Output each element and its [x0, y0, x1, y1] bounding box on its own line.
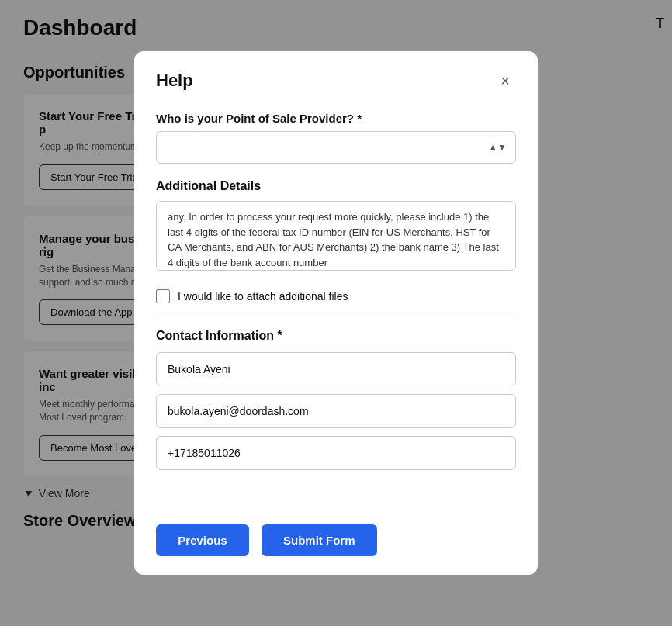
contact-name-input[interactable]	[156, 352, 516, 386]
additional-details-label: Additional Details	[156, 179, 516, 193]
pos-provider-label: Who is your Point of Sale Provider? *	[156, 112, 516, 125]
contact-phone-input[interactable]	[156, 436, 516, 470]
submit-form-button[interactable]: Submit Form	[262, 524, 377, 556]
section-divider	[156, 316, 516, 316]
additional-details-field-group: Additional Details	[156, 179, 516, 274]
pos-provider-select-wrapper: ▲▼	[156, 131, 516, 164]
modal-title: Help	[156, 71, 193, 91]
help-modal: Help × Who is your Point of Sale Provide…	[134, 51, 538, 575]
contact-info-label: Contact Information *	[156, 329, 516, 343]
attach-files-checkbox-row: I would like to attach additional files	[156, 289, 516, 303]
attach-files-label: I would like to attach additional files	[178, 290, 348, 303]
modal-body: Who is your Point of Sale Provider? * ▲▼…	[134, 104, 538, 512]
contact-email-input[interactable]	[156, 394, 516, 428]
attach-files-checkbox[interactable]	[156, 289, 170, 303]
previous-button[interactable]: Previous	[156, 524, 249, 556]
modal-header: Help ×	[134, 51, 538, 104]
additional-details-textarea[interactable]	[156, 201, 516, 271]
modal-close-button[interactable]: ×	[494, 70, 516, 92]
pos-provider-select[interactable]	[156, 131, 516, 164]
pos-provider-field-group: Who is your Point of Sale Provider? * ▲▼	[156, 112, 516, 164]
modal-overlay: Help × Who is your Point of Sale Provide…	[0, 0, 672, 626]
modal-footer: Previous Submit Form	[134, 512, 538, 575]
contact-info-field-group: Contact Information *	[156, 329, 516, 478]
